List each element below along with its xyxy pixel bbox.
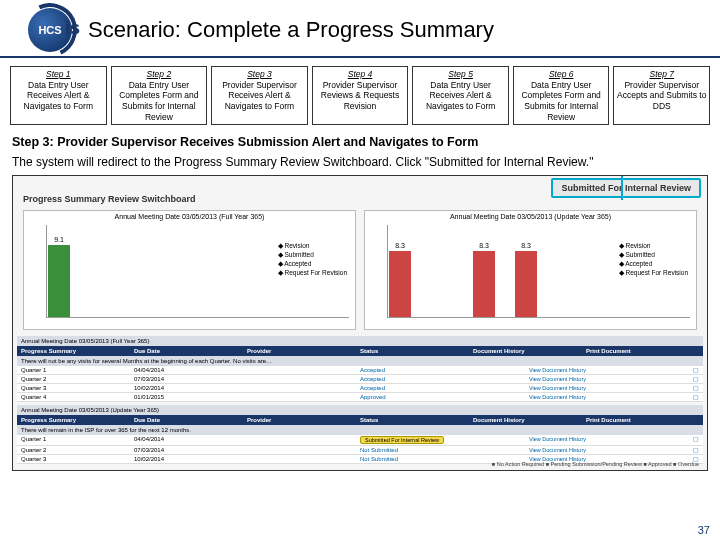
step-7: Step 7Provider Supervisor Accepts and Su… — [613, 66, 710, 125]
page-number: 37 — [698, 524, 710, 536]
step-6: Step 6Data Entry User Completes Form and… — [513, 66, 610, 125]
bar-r-q1: 8.3 — [389, 251, 411, 317]
table-row: Quarter 207/03/2014AcceptedView Document… — [17, 375, 703, 384]
submitted-internal-review-button[interactable]: Submitted For Internal Review — [551, 178, 701, 198]
step-4: Step 4Provider Supervisor Reviews & Requ… — [312, 66, 409, 125]
status-legend: ■ No Action Required ■ Pending Submissio… — [492, 461, 699, 467]
step-2: Step 2Data Entry User Completes Form and… — [111, 66, 208, 125]
status-submitted-internal[interactable]: Submitted For Internal Review — [360, 436, 444, 444]
bar-q1: 9.1 — [48, 245, 70, 317]
step-1: Step 1Data Entry User Receives Alert & N… — [10, 66, 107, 125]
table2-header: Progress SummaryDue DateProviderStatusDo… — [17, 415, 703, 425]
chart-left: Annual Meeting Date 03/05/2013 (Full Yea… — [23, 210, 356, 330]
step-heading: Step 3: Provider Supervisor Receives Sub… — [0, 131, 720, 151]
chart-right: Annual Meeting Date 03/05/2013 (Update Y… — [364, 210, 697, 330]
table2-section: Annual Meeting Date 03/05/2013 (Update Y… — [17, 405, 703, 415]
table-row: Quarter 401/01/2015ApprovedView Document… — [17, 393, 703, 402]
embedded-screenshot: Submitted For Internal Review Progress S… — [12, 175, 708, 471]
table-row: Quarter 104/04/2014Submitted For Interna… — [17, 435, 703, 446]
switchboard-title: Progress Summary Review Switchboard — [23, 194, 196, 204]
step-strip: Step 1Data Entry User Receives Alert & N… — [0, 58, 720, 131]
step-3: Step 3Provider Supervisor Receives Alert… — [211, 66, 308, 125]
bar-r-q4: 8.3 — [515, 251, 537, 317]
table-row: Quarter 104/04/2014AcceptedView Document… — [17, 366, 703, 375]
step-instruction: The system will redirect to the Progress… — [0, 151, 720, 175]
callout-arrow-icon — [621, 176, 623, 200]
hcsis-logo: HCS is — [18, 6, 82, 54]
page-title: Scenario: Complete a Progress Summary — [88, 17, 494, 43]
table-row: Quarter 310/02/2014AcceptedView Document… — [17, 384, 703, 393]
table1-header: Progress SummaryDue DateProviderStatusDo… — [17, 346, 703, 356]
step-5: Step 5Data Entry User Receives Alert & N… — [412, 66, 509, 125]
table-row: Quarter 207/03/2014Not SubmittedView Doc… — [17, 446, 703, 455]
bar-r-q3: 8.3 — [473, 251, 495, 317]
table1-section: Annual Meeting Date 03/05/2013 (Full Yea… — [17, 336, 703, 346]
